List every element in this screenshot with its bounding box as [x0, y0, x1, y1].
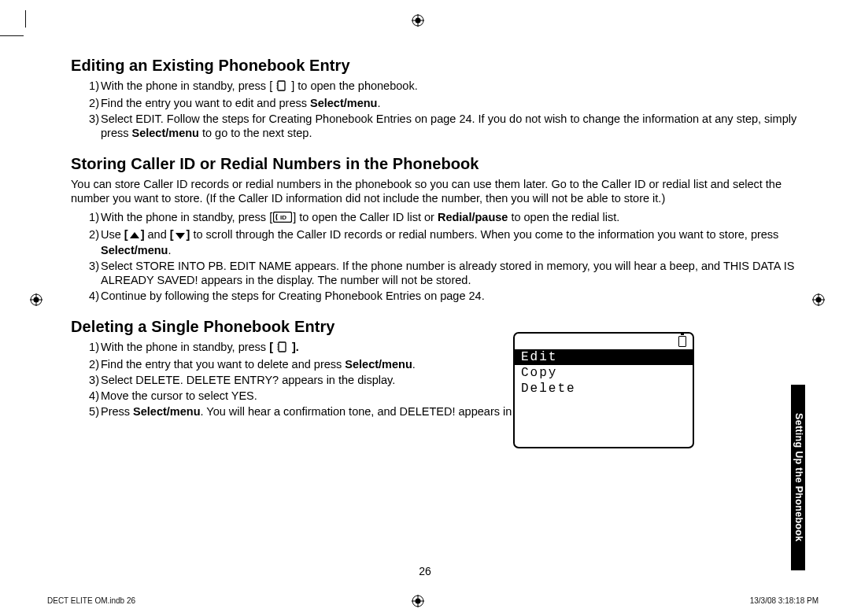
footer-left: DECT ELITE OM.indb 26 — [47, 596, 135, 605]
text: . — [377, 97, 380, 109]
bold: Select/menu — [133, 405, 200, 418]
item-number: 4) — [76, 290, 99, 304]
item-number: 5) — [76, 405, 99, 419]
list-deleting: 1) With the phone in standby, press [ ].… — [90, 341, 578, 419]
svg-text:ID: ID — [280, 214, 286, 221]
item-number: 1) — [76, 211, 99, 225]
screen-topbar — [515, 334, 693, 349]
item-number: 4) — [76, 389, 99, 404]
phonebook-icon — [277, 341, 288, 356]
intro-storing: You can store Caller ID records or redia… — [71, 178, 798, 206]
text: . — [412, 358, 416, 371]
registration-mark-right — [812, 293, 825, 306]
list-item: 3) Select DELETE. DELETE ENTRY? appears … — [90, 374, 578, 388]
text: Select DELETE. DELETE ENTRY? appears in … — [101, 374, 395, 386]
footer: DECT ELITE OM.indb 26 13/3/08 3:18:18 PM — [47, 596, 819, 605]
text: Select STORE INTO PB. EDIT NAME appears.… — [101, 260, 794, 286]
heading-storing: Storing Caller ID or Redial Numbers in t… — [71, 155, 798, 173]
screen-row-selected: Edit — [515, 349, 693, 365]
list-item: 1) With the phone in standby, press [ ]. — [90, 341, 578, 356]
list-item: 2) Use [] and [] to scroll through the C… — [90, 228, 798, 258]
battery-icon — [678, 336, 686, 347]
item-number: 2) — [76, 228, 99, 242]
item-number: 2) — [76, 358, 99, 372]
bold: Select/menu — [132, 127, 199, 139]
text: Find the entry that you want to delete a… — [101, 358, 345, 371]
list-item: 5) Press Select/menu. You will hear a co… — [90, 405, 578, 419]
list-item: 3) Select STORE INTO PB. EDIT NAME appea… — [90, 260, 798, 288]
down-key: [ — [170, 228, 174, 241]
registration-mark-left — [30, 293, 42, 306]
phone-screen-mock: Edit Copy Delete — [513, 332, 694, 448]
item-number: 1) — [76, 79, 99, 94]
registration-mark-top — [412, 14, 424, 27]
text: and — [145, 228, 170, 241]
list-editing: 1) With the phone in standby, press [ ] … — [90, 79, 798, 141]
bold: Select/menu — [310, 97, 377, 109]
text: With the phone in standby, press — [101, 341, 269, 353]
text: Continue by following the steps for Crea… — [101, 290, 485, 302]
text: Find the entry you want to edit and pres… — [101, 97, 310, 109]
page-number: 26 — [0, 565, 850, 577]
list-item: 4) Continue by following the steps for C… — [90, 290, 798, 304]
screen-row: Delete — [515, 381, 693, 397]
list-storing: 1) With the phone in standby, press [ID]… — [90, 211, 798, 304]
text: ] to open the Caller ID list or — [293, 211, 438, 223]
down-arrow-icon — [175, 230, 186, 244]
list-item: 1) With the phone in standby, press [ ] … — [90, 79, 798, 95]
item-number: 3) — [76, 374, 99, 388]
bold: Select/menu — [345, 358, 412, 371]
item-number: 3) — [76, 260, 99, 274]
text: . — [168, 244, 171, 256]
bold: Redial/pause — [438, 211, 508, 223]
text: Move the cursor to select YES. — [101, 389, 257, 402]
list-item: 1) With the phone in standby, press [ID]… — [90, 211, 798, 227]
list-item: 2) Find the entry that you want to delet… — [90, 358, 578, 372]
svg-marker-22 — [130, 232, 139, 238]
text: to scroll through the Caller ID records … — [190, 228, 778, 241]
svg-rect-16 — [278, 81, 285, 90]
item-number: 2) — [76, 97, 99, 111]
text: With the phone in standby, press [ — [101, 211, 272, 223]
text: to go to the next step. — [199, 127, 312, 139]
list-item: 4) Move the cursor to select YES. — [90, 389, 578, 404]
bold: Select/menu — [101, 244, 168, 256]
screen-row: Copy — [515, 365, 693, 381]
item-number: 1) — [76, 341, 99, 355]
list-item: 3) Select EDIT. Follow the steps for Cre… — [90, 113, 798, 141]
list-item: 2) Find the entry you want to edit and p… — [90, 97, 798, 111]
item-number: 3) — [76, 113, 99, 127]
svg-rect-24 — [279, 342, 286, 352]
crop-mark-vertical — [25, 10, 26, 28]
text: ] to open the phonebook. — [288, 79, 417, 92]
text: Press — [101, 405, 133, 418]
text: Use — [101, 228, 124, 241]
cid-icon: ID — [273, 212, 292, 227]
section-tab: Setting Up the Phonebook — [791, 385, 805, 570]
text: to open the redial list. — [508, 211, 619, 223]
heading-editing: Editing an Existing Phonebook Entry — [71, 57, 798, 75]
text: ]. — [289, 341, 299, 353]
text: With the phone in standby, press [ — [101, 79, 275, 92]
crop-mark-horizontal — [0, 35, 24, 36]
up-key: [ — [124, 228, 128, 241]
svg-marker-23 — [176, 233, 185, 239]
up-arrow-icon — [129, 230, 140, 244]
pb-key-icon: ]. — [273, 341, 299, 353]
phonebook-icon — [276, 80, 287, 95]
footer-right: 13/3/08 3:18:18 PM — [750, 596, 819, 605]
